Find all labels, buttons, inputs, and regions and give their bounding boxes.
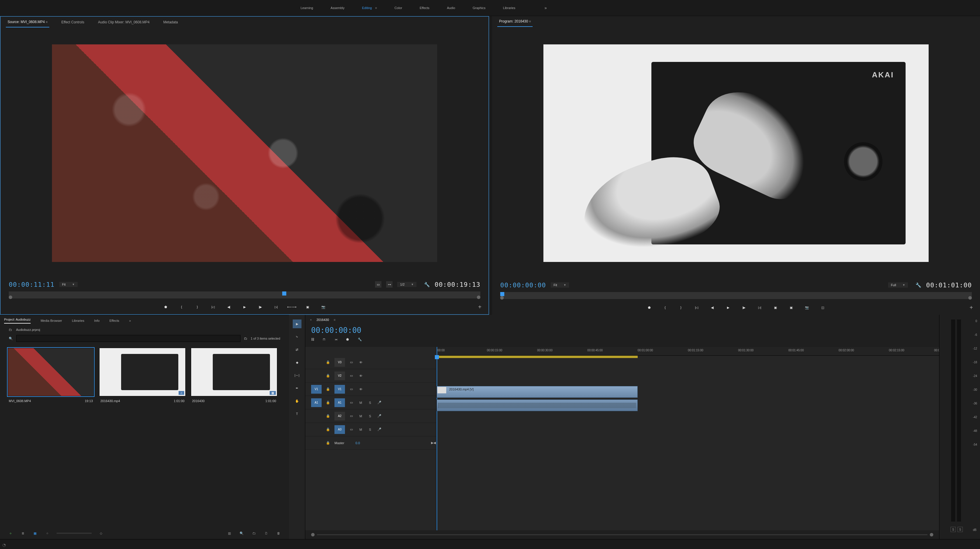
add-button-icon[interactable]: + [478,304,482,310]
sync-lock-icon[interactable]: ▭ [348,387,354,391]
settings-icon[interactable]: 🔧 [915,282,921,288]
workspace-learning[interactable]: Learning [301,6,313,10]
sequence-tab[interactable]: 2016430 [317,318,329,321]
tab-effect-controls[interactable]: Effect Controls [59,17,86,27]
close-icon[interactable]: × [310,318,312,321]
out-point-icon[interactable]: } [677,304,684,311]
track-target[interactable]: V3 [334,358,345,367]
menu-icon[interactable]: ≡ [46,20,48,24]
program-res-dropdown[interactable]: Full▼ [888,282,908,288]
in-point-icon[interactable]: { [662,304,668,311]
source-timecode[interactable]: 00:00:11:11 [9,281,54,288]
track-area[interactable]: :00:00 00:00:15:00 00:00:30:00 00:00:45:… [437,347,939,530]
drag-audio-icon[interactable]: ⊶ [386,281,393,288]
pen-tool-icon[interactable]: ✒ [293,384,301,393]
step-back-icon[interactable]: ◀| [709,304,716,311]
zoom-handle-right[interactable] [477,295,480,299]
voiceover-icon[interactable]: 🎤 [377,414,382,418]
solo-icon[interactable]: S [367,414,373,418]
workspace-editing[interactable]: Editing ≡ [362,6,377,10]
lock-icon[interactable]: ⎆ [8,530,13,536]
ripple-tool-icon[interactable]: ⇄ [293,345,301,354]
workspace-color[interactable]: Color [395,6,402,10]
zoom-slider[interactable] [57,533,92,534]
type-tool-icon[interactable]: T [293,409,301,418]
track-a1[interactable]: A1 🔒 A1 ▭ M S 🎤 [305,396,436,409]
mute-icon[interactable]: M [358,428,364,431]
program-video[interactable]: AKAI [492,27,980,279]
tab-audio-clip-mixer[interactable]: Audio Clip Mixer: MVI_0608.MP4 [96,17,151,27]
in-point-icon[interactable]: { [178,303,185,310]
step-back-icon[interactable]: ◀| [225,303,232,310]
new-item-icon[interactable]: 🗋 [263,530,269,536]
workspace-audio[interactable]: Audio [447,6,455,10]
sync-lock-icon[interactable]: ▭ [348,401,354,404]
notifications-icon[interactable]: ◔ [2,543,6,547]
overwrite-icon[interactable]: ▣ [304,303,311,310]
mute-icon[interactable]: M [358,414,364,418]
source-timeline-ruler[interactable] [9,291,480,298]
razor-tool-icon[interactable]: ◆ [293,358,301,367]
track-v2[interactable]: 🔒 V2 ▭ 👁 [305,369,436,383]
source-patch[interactable]: V1 [311,385,321,394]
new-bin-icon[interactable]: 🗀 [244,337,247,340]
lock-icon[interactable]: 🔒 [325,441,331,445]
project-search-input[interactable] [16,335,240,342]
selection-tool-icon[interactable]: ▶ [293,319,301,328]
nest-icon[interactable]: ⛓ [311,338,317,343]
slip-tool-icon[interactable]: |↔| [293,371,301,380]
work-area-bar[interactable] [437,356,638,358]
snap-icon[interactable]: ⊓ [323,338,329,343]
mute-icon[interactable]: M [358,401,364,404]
drag-video-icon[interactable]: ▭ [375,281,382,288]
eye-icon[interactable]: 👁 [358,374,364,378]
export-frame-icon[interactable]: 📷 [803,304,810,311]
hand-tool-icon[interactable]: ✋ [293,397,301,405]
add-button-icon[interactable]: + [969,304,973,311]
goto-out-icon[interactable]: ▷| [756,304,763,311]
clip-thumbnail[interactable] [8,348,94,396]
tab-source[interactable]: Source: MVI_0608.MP4 ≡ [6,17,49,27]
source-playhead[interactable] [282,291,286,295]
tab-metadata[interactable]: Metadata [161,17,180,27]
play-icon[interactable]: ▶ [241,303,248,310]
insert-icon[interactable]: ⟵⟶ [288,303,295,310]
settings-icon[interactable]: 🔧 [358,338,364,343]
voiceover-icon[interactable]: 🎤 [377,401,382,404]
tab-project[interactable]: Project: Audiobuzz [4,318,31,324]
audio-clip[interactable] [437,399,638,411]
goto-in-icon[interactable]: |◁ [210,303,216,310]
new-bin-icon[interactable]: 🗀 [251,530,257,536]
find-icon[interactable]: 🔍 [239,530,245,536]
lock-icon[interactable]: 🔒 [325,428,331,431]
goto-in-icon[interactable]: |◁ [693,304,700,311]
track-v3[interactable]: 🔒 V3 ▭ 👁 [305,356,436,369]
step-fwd-icon[interactable]: |▶ [740,304,748,311]
marker-icon[interactable]: ⬟ [346,338,352,343]
linked-selection-icon[interactable]: ⫘ [334,338,340,343]
freeform-view-icon[interactable]: ○ [45,530,50,536]
bin-item[interactable]: MVI_0608.MP419:13 [8,348,94,405]
lock-icon[interactable]: 🔒 [325,401,331,404]
marker-icon[interactable]: ⬟ [162,303,169,310]
menu-icon[interactable]: ≡ [375,6,377,10]
track-v1[interactable]: V1 🔒 V1 ▭ 👁 [305,383,436,396]
hzoom-track[interactable] [317,534,928,535]
clip-thumbnail[interactable]: ♫ [99,348,186,396]
timeline-playhead[interactable] [437,347,437,530]
source-video[interactable] [1,28,488,279]
workspace-effects[interactable]: Effects [420,6,429,10]
workspace-graphics[interactable]: Graphics [473,6,485,10]
timeline-timecode[interactable]: 00:00:00:00 [305,325,939,336]
zoom-handle-right[interactable] [968,296,972,300]
solo-icon[interactable]: S [367,428,373,431]
eye-icon[interactable]: 👁 [358,388,364,391]
settings-icon[interactable]: 🔧 [424,282,430,287]
trash-icon[interactable]: 🗑 [275,530,282,536]
solo-icon[interactable]: S [367,401,373,404]
program-playhead[interactable] [500,292,504,296]
sort-icon[interactable]: ◇ [98,530,104,536]
track-target[interactable]: A3 [334,425,345,434]
list-view-icon[interactable]: ≣ [20,530,26,536]
voiceover-icon[interactable]: 🎤 [377,428,382,431]
